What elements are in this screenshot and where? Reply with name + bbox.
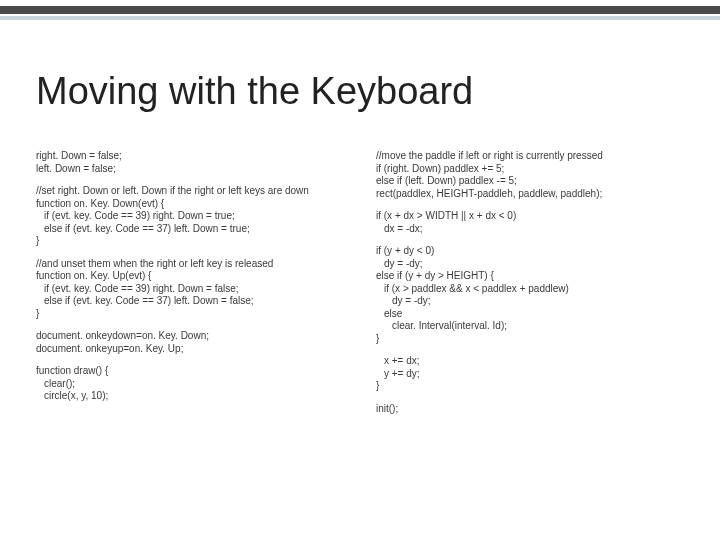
code-line: if (evt. key. Code == 39) right. Down = …	[36, 283, 352, 296]
code-line: dy = -dy;	[376, 258, 692, 271]
code-line: document. onkeydown=on. Key. Down;	[36, 330, 352, 343]
code-line: }	[376, 380, 692, 393]
code-line: //set right. Down or left. Down if the r…	[36, 185, 352, 198]
code-line: //move the paddle if left or right is cu…	[376, 150, 692, 163]
code-line: if (right. Down) paddlex += 5;	[376, 163, 692, 176]
code-block: init();	[376, 403, 692, 416]
code-line: function draw() {	[36, 365, 352, 378]
code-line: clear. Interval(interval. Id);	[376, 320, 692, 333]
code-line: else	[376, 308, 692, 321]
code-line: if (x + dx > WIDTH || x + dx < 0)	[376, 210, 692, 223]
code-line: x += dx;	[376, 355, 692, 368]
code-line: else if (left. Down) paddlex -= 5;	[376, 175, 692, 188]
code-line: function on. Key. Up(evt) {	[36, 270, 352, 283]
code-line: dy = -dy;	[376, 295, 692, 308]
code-line: y += dy;	[376, 368, 692, 381]
code-line: circle(x, y, 10);	[36, 390, 352, 403]
code-line: else if (y + dy > HEIGHT) {	[376, 270, 692, 283]
code-line: if (evt. key. Code == 39) right. Down = …	[36, 210, 352, 223]
code-line: clear();	[36, 378, 352, 391]
code-line: init();	[376, 403, 692, 416]
code-line: if (y + dy < 0)	[376, 245, 692, 258]
left-column: right. Down = false; left. Down = false;…	[36, 150, 352, 520]
code-block: //move the paddle if left or right is cu…	[376, 150, 692, 200]
code-line: }	[36, 235, 352, 248]
code-block: //and unset them when the right or left …	[36, 258, 352, 321]
code-block: document. onkeydown=on. Key. Down; docum…	[36, 330, 352, 355]
code-line: }	[36, 308, 352, 321]
content-columns: right. Down = false; left. Down = false;…	[36, 150, 692, 520]
code-line: function on. Key. Down(evt) {	[36, 198, 352, 211]
code-block: x += dx; y += dy; }	[376, 355, 692, 393]
code-line: //and unset them when the right or left …	[36, 258, 352, 271]
right-column: //move the paddle if left or right is cu…	[376, 150, 692, 520]
code-line: else if (evt. key. Code == 37) left. Dow…	[36, 223, 352, 236]
code-block: right. Down = false; left. Down = false;	[36, 150, 352, 175]
code-line: right. Down = false;	[36, 150, 352, 163]
code-block: if (y + dy < 0) dy = -dy; else if (y + d…	[376, 245, 692, 345]
code-block: if (x + dx > WIDTH || x + dx < 0) dx = -…	[376, 210, 692, 235]
code-line: left. Down = false;	[36, 163, 352, 176]
decorative-top-bar	[0, 6, 720, 28]
code-line: document. onkeyup=on. Key. Up;	[36, 343, 352, 356]
code-line: rect(paddlex, HEIGHT-paddleh, paddlew, p…	[376, 188, 692, 201]
code-line: }	[376, 333, 692, 346]
slide-title: Moving with the Keyboard	[36, 70, 684, 113]
code-line: else if (evt. key. Code == 37) left. Dow…	[36, 295, 352, 308]
slide: Moving with the Keyboard right. Down = f…	[0, 0, 720, 540]
code-block: //set right. Down or left. Down if the r…	[36, 185, 352, 248]
code-line: if (x > paddlex && x < paddlex + paddlew…	[376, 283, 692, 296]
code-line: dx = -dx;	[376, 223, 692, 236]
code-block: function draw() { clear(); circle(x, y, …	[36, 365, 352, 403]
bar-dark	[0, 6, 720, 14]
bar-light	[0, 16, 720, 20]
